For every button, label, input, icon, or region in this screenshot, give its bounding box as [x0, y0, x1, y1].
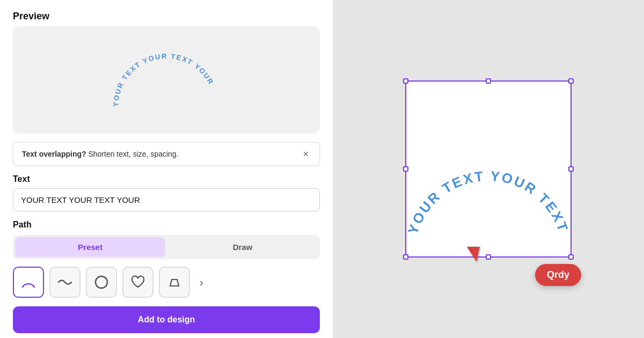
heart-icon: [130, 274, 146, 290]
cursor-arrow: [467, 247, 480, 262]
text-section: Text: [13, 174, 320, 211]
canvas-area: YOUR TEXT YOUR TEXT YOUR Qrdy: [405, 80, 572, 258]
wave-shape-button[interactable]: [49, 267, 80, 298]
handle-br[interactable]: [568, 254, 574, 260]
draw-button[interactable]: Draw: [167, 237, 318, 257]
warning-close-button[interactable]: ×: [301, 149, 311, 159]
preview-box: YOUR TEXT YOUR TEXT YOUR: [13, 26, 320, 134]
warning-banner: Text overlapping? Shorten text, size, sp…: [13, 142, 320, 166]
handle-mr[interactable]: [568, 166, 574, 172]
handle-ml[interactable]: [403, 166, 408, 172]
svg-text:YOUR TEXT YOUR TEXT YOUR: YOUR TEXT YOUR TEXT YOUR: [112, 52, 216, 107]
svg-point-1: [96, 276, 107, 288]
circle-shape-button[interactable]: [86, 267, 117, 298]
arc-shape-button[interactable]: [13, 267, 44, 298]
preview-svg: YOUR TEXT YOUR TEXT YOUR: [107, 37, 225, 123]
text-input[interactable]: [13, 188, 320, 211]
arc-icon: [20, 274, 36, 290]
trapezoid-shape-button[interactable]: [159, 267, 190, 298]
warning-text: Text overlapping? Shorten text, size, sp…: [22, 150, 179, 158]
canvas-svg: YOUR TEXT YOUR TEXT YOUR: [406, 82, 570, 256]
shape-row: ›: [13, 267, 320, 298]
path-section: Path Preset Draw: [13, 220, 320, 298]
text-label: Text: [13, 174, 320, 184]
handle-tr[interactable]: [568, 78, 574, 84]
circle-icon: [93, 274, 109, 290]
qrdy-badge: Qrdy: [535, 264, 581, 286]
svg-text:YOUR TEXT YOUR TEXT YOUR: YOUR TEXT YOUR TEXT YOUR: [406, 82, 570, 236]
wave-icon: [57, 274, 73, 290]
right-panel: YOUR TEXT YOUR TEXT YOUR Qrdy: [333, 0, 644, 338]
left-panel: Preview YOUR TEXT YOUR TEXT YOUR Text ov…: [0, 0, 333, 338]
preset-button[interactable]: Preset: [15, 237, 165, 257]
handle-tl[interactable]: [403, 78, 408, 84]
handle-tm[interactable]: [486, 78, 491, 84]
path-toggle: Preset Draw: [13, 235, 320, 259]
preview-section: Preview YOUR TEXT YOUR TEXT YOUR: [13, 11, 320, 134]
path-label: Path: [13, 220, 320, 230]
heart-shape-button[interactable]: [122, 267, 153, 298]
preview-label: Preview: [13, 11, 320, 22]
trapezoid-icon: [166, 274, 182, 290]
shape-more-button[interactable]: ›: [195, 272, 208, 293]
handle-bm[interactable]: [486, 254, 491, 260]
add-to-design-button[interactable]: Add to design: [13, 306, 320, 333]
handle-bl[interactable]: [403, 254, 408, 260]
